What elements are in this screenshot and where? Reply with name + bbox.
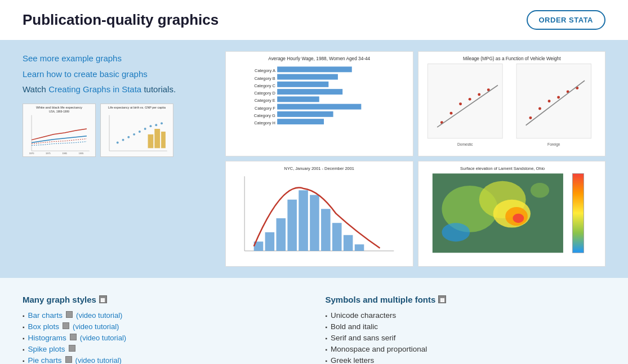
list-item-monospace: Monospace and proportional xyxy=(326,345,606,353)
svg-text:NYC, January 2001 - December 2: NYC, January 2001 - December 2001 xyxy=(284,166,354,171)
pie-charts-video-link[interactable]: (video tutorial) xyxy=(75,356,122,364)
svg-text:White and black life expectanc: White and black life expectancy xyxy=(36,105,82,109)
svg-point-50 xyxy=(468,98,471,101)
svg-text:Foreign: Foreign xyxy=(547,142,560,147)
svg-text:1995: 1995 xyxy=(79,152,84,155)
svg-rect-71 xyxy=(299,191,308,251)
svg-text:Category H: Category H xyxy=(254,120,275,125)
svg-point-17 xyxy=(139,130,141,132)
svg-point-16 xyxy=(133,133,135,135)
hero-chart-bar: Average Hourly Wage, 1988, Women Aged 34… xyxy=(225,51,413,156)
hero-left-content: See more example graphs Learn how to cre… xyxy=(23,51,203,157)
svg-point-14 xyxy=(122,138,124,141)
svg-text:Category E: Category E xyxy=(255,98,275,103)
svg-point-86 xyxy=(530,183,549,198)
svg-rect-24 xyxy=(161,131,166,147)
list-item-bar-charts: Bar charts (video tutorial) xyxy=(23,311,303,320)
learn-how-line: Learn how to create basic graphs xyxy=(23,67,203,82)
svg-text:Life expectancy at birth vs. G: Life expectancy at birth vs. GNP per cap… xyxy=(108,105,166,109)
svg-text:Domestic: Domestic xyxy=(457,142,473,146)
see-more-line: See more example graphs xyxy=(23,51,203,66)
list-item-spike-plots: Spike plots xyxy=(23,345,303,353)
svg-rect-46 xyxy=(516,64,591,138)
bar-charts-link[interactable]: Bar charts xyxy=(28,311,63,320)
svg-point-85 xyxy=(442,223,470,242)
graph-styles-icon: ▦ xyxy=(99,295,107,303)
graph-styles-list: Bar charts (video tutorial) Box plots (v… xyxy=(23,311,303,364)
svg-rect-32 xyxy=(277,104,361,110)
pie-charts-link[interactable]: Pie charts xyxy=(28,356,62,364)
bar-charts-video-link[interactable]: (video tutorial) xyxy=(76,311,122,320)
histograms-link[interactable]: Histograms xyxy=(28,334,66,342)
learn-how-link[interactable]: Learn how to create basic graphs xyxy=(23,69,148,79)
svg-text:Category C: Category C xyxy=(254,83,275,88)
hero-chart-scatter: Mileage (MPG) as a Function of Vehicle W… xyxy=(418,51,606,156)
svg-point-57 xyxy=(557,96,560,99)
svg-text:Average Hourly Wage, 1988, Wom: Average Hourly Wage, 1988, Women Aged 34… xyxy=(268,56,370,61)
svg-rect-33 xyxy=(277,111,333,117)
svg-rect-31 xyxy=(277,96,319,102)
svg-text:1970: 1970 xyxy=(29,152,35,155)
symbols-fonts-text: Symbols and multiple fonts xyxy=(326,295,436,304)
svg-text:1985: 1985 xyxy=(62,152,68,155)
svg-point-15 xyxy=(127,136,130,138)
histograms-icon xyxy=(70,334,77,340)
svg-rect-9 xyxy=(101,104,172,156)
right-column: Symbols and multiple fonts ▦ Unicode cha… xyxy=(326,295,606,364)
svg-point-20 xyxy=(155,124,157,126)
histograms-video-link[interactable]: (video tutorial) xyxy=(80,334,126,342)
svg-rect-23 xyxy=(154,129,160,148)
content-area: Many graph styles ▦ Bar charts (video tu… xyxy=(0,278,628,364)
pie-charts-icon xyxy=(65,356,72,363)
symbols-list: Unicode characters Bold and italic Serif… xyxy=(326,311,606,364)
many-graph-styles-title: Many graph styles ▦ xyxy=(23,295,303,304)
svg-text:Category A: Category A xyxy=(255,68,275,73)
svg-rect-73 xyxy=(321,209,331,251)
svg-point-56 xyxy=(547,100,550,102)
svg-point-84 xyxy=(513,214,524,223)
header: Publication-quality graphics ORDER STATA xyxy=(0,0,628,40)
svg-point-48 xyxy=(449,112,452,115)
mini-chart-scatter: Life expectancy at birth vs. GNP per cap… xyxy=(100,104,173,157)
svg-rect-29 xyxy=(277,82,328,87)
left-column: Many graph styles ▦ Bar charts (video tu… xyxy=(23,295,303,364)
svg-text:Surface elevation of Lament Sa: Surface elevation of Lament Sandstone, O… xyxy=(460,166,545,171)
svg-rect-28 xyxy=(277,74,338,80)
svg-text:Category G: Category G xyxy=(254,113,275,118)
svg-point-18 xyxy=(144,128,146,130)
svg-rect-22 xyxy=(148,134,154,147)
svg-text:1975: 1975 xyxy=(46,152,51,155)
svg-rect-69 xyxy=(277,218,286,251)
box-plots-link[interactable]: Box plots xyxy=(28,322,60,331)
svg-rect-72 xyxy=(310,195,319,251)
see-more-link[interactable]: See more example graphs xyxy=(23,53,122,63)
svg-text:Mileage (MPG) as a Function of: Mileage (MPG) as a Function of Vehicle W… xyxy=(462,56,560,61)
list-item-greek: Greek letters xyxy=(326,356,606,364)
svg-rect-75 xyxy=(344,235,353,251)
svg-rect-27 xyxy=(277,66,352,72)
symbols-fonts-icon: ▦ xyxy=(438,295,446,303)
svg-point-55 xyxy=(538,107,541,110)
box-plots-video-link[interactable]: (video tutorial) xyxy=(73,322,119,331)
order-stata-button[interactable]: ORDER STATA xyxy=(527,10,606,30)
hero-chart-histogram: NYC, January 2001 - December 2001 xyxy=(225,161,413,266)
svg-rect-30 xyxy=(277,89,342,95)
graph-styles-text: Many graph styles xyxy=(23,295,96,304)
svg-rect-76 xyxy=(355,245,364,251)
list-item-pie-charts: Pie charts (video tutorial) xyxy=(23,356,303,364)
svg-text:Category B: Category B xyxy=(255,76,275,81)
list-item-bold-italic: Bold and italic xyxy=(326,322,606,331)
creating-graphs-link[interactable]: Creating Graphs in Stata xyxy=(48,84,141,94)
watch-line: Watch Creating Graphs in Stata tutorials… xyxy=(23,82,203,97)
svg-point-19 xyxy=(150,125,152,127)
svg-rect-87 xyxy=(572,174,584,253)
hero-chart-heatmap: Surface elevation of Lament Sandstone, O… xyxy=(418,161,606,266)
svg-point-54 xyxy=(529,116,532,119)
list-item-histograms: Histograms (video tutorial) xyxy=(23,334,303,342)
svg-point-49 xyxy=(459,102,462,105)
svg-rect-68 xyxy=(265,232,275,251)
spike-plots-link[interactable]: Spike plots xyxy=(28,345,65,353)
hero-banner: See more example graphs Learn how to cre… xyxy=(0,40,628,278)
list-item-unicode: Unicode characters xyxy=(326,311,606,320)
svg-point-13 xyxy=(117,141,119,143)
